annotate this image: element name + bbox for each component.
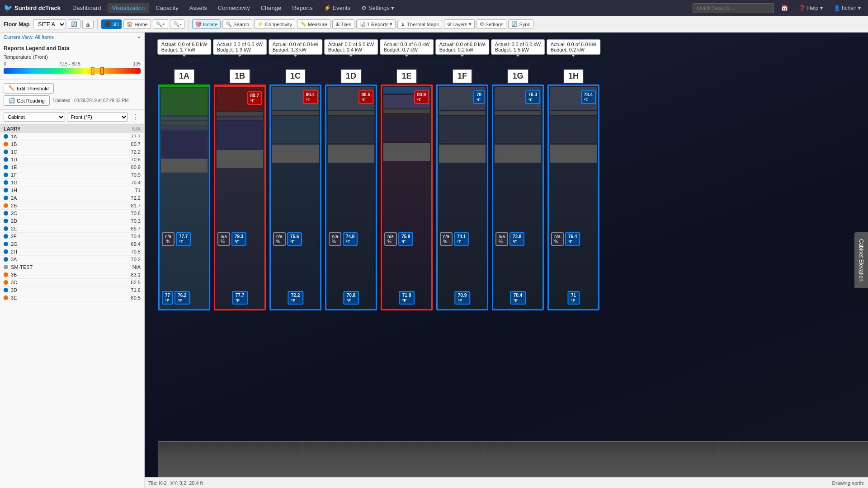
table-row[interactable]: 3D71.6 — [0, 286, 144, 294]
site-select[interactable]: SITE A — [33, 19, 66, 29]
floor-map-toolbar: Floor Map SITE A 🔄 🖨 ⬛ 3D 🏠 Home 🔍+ 🔍- 🎯… — [0, 16, 868, 33]
table-row[interactable]: 3A70.2 — [0, 256, 144, 263]
cabinet-1G-power-tooltip: Actual: 0.0 of 6.0 kW Budget: 1.5 kW — [491, 39, 545, 55]
server-unit — [217, 117, 263, 120]
cabinet-elevation-tab[interactable]: Cabinet Elevation — [854, 232, 868, 288]
table-group-larry: LARRY N/A — [0, 125, 144, 133]
table-row[interactable]: 1F70.9 — [0, 171, 144, 179]
zoom-out-button[interactable]: 🔍- — [170, 19, 184, 29]
table-row[interactable]: 1A77.7 — [0, 133, 144, 141]
cabinet-1D[interactable]: Actual: 0.0 of 6.0 kW Budget: 0.4 kW 1D … — [325, 69, 377, 310]
sync-button[interactable]: 🔄 Sync — [508, 19, 533, 29]
main-content: Current View: All Items « Reports Legend… — [0, 33, 868, 488]
cabinet-1G[interactable]: Actual: 0.0 of 6.0 kW Budget: 1.5 kW 1G … — [492, 69, 544, 310]
server-unit — [495, 145, 541, 163]
table-row[interactable]: 1E80.9 — [0, 164, 144, 171]
table-row[interactable]: 2C70.8 — [0, 210, 144, 217]
collapse-panel-button[interactable]: « — [138, 34, 141, 40]
server-unit — [217, 122, 263, 149]
cabinet-select[interactable]: Cabinet — [4, 113, 65, 122]
app-name: Sunbird dcTrack — [14, 5, 61, 11]
table-row[interactable]: 3E80.5 — [0, 294, 144, 302]
cabinet-1B-label: 1B — [229, 69, 250, 84]
isolate-button[interactable]: 🎯 Isolate — [192, 19, 221, 29]
nav-visualization[interactable]: Visualization — [108, 3, 150, 13]
server-unit — [161, 117, 208, 120]
nav-settings[interactable]: ⚙ Settings ▾ — [357, 3, 399, 13]
table-row[interactable]: 1C72.2 — [0, 148, 144, 156]
server-unit — [383, 143, 430, 161]
nav-assets[interactable]: Assets — [185, 3, 212, 13]
nav-capacity[interactable]: Capacity — [151, 3, 183, 13]
nav-connectivity[interactable]: Connectivity — [213, 3, 255, 13]
tiles-button[interactable]: ⊞ Tiles — [332, 19, 354, 29]
reports-button[interactable]: 📊 1 Reports ▾ — [356, 19, 396, 29]
server-unit — [439, 111, 486, 115]
nav-events[interactable]: ⚡ Events — [319, 3, 355, 13]
print-button[interactable]: 🖨 — [82, 20, 94, 29]
layers-button[interactable]: ⊕ Layers ▾ — [444, 19, 475, 29]
3d-view-button[interactable]: ⬛ 3D — [101, 19, 122, 29]
table-row[interactable]: 2F70.4 — [0, 233, 144, 240]
edit-threshold-button[interactable]: ✏️ Edit Threshold — [4, 83, 54, 94]
table-row[interactable]: 3B83.1 — [0, 271, 144, 279]
table-row[interactable]: 1H71 — [0, 187, 144, 194]
floor-3d-view[interactable]: Cabinet Elevation Actual: 0.0 of 6.0 kW … — [145, 33, 868, 488]
edit-icon: ✏️ — [9, 85, 15, 91]
nav-reports[interactable]: Reports — [288, 3, 317, 13]
refresh-button[interactable]: 🔄 — [68, 19, 80, 29]
get-reading-button[interactable]: 🔄 Get Reading — [4, 95, 50, 106]
status-dot — [4, 226, 8, 231]
help-button[interactable]: ❓ Help ▾ — [795, 4, 826, 13]
measure-button[interactable]: 📏 Measure — [297, 19, 330, 29]
status-dot — [4, 134, 8, 139]
cabinet-1A-body: n/a% 77.7°F 77°F 76.2°F — [158, 84, 210, 310]
table-row[interactable]: 2D70.3 — [0, 217, 144, 225]
temp-badge-1C-mid: 75.6°F — [287, 232, 302, 246]
more-options-button[interactable]: ⋮ — [130, 113, 141, 122]
settings-toolbar-button[interactable]: ⚙ Settings — [476, 19, 507, 29]
table-row[interactable]: 1D70.8 — [0, 156, 144, 164]
cabinet-1F[interactable]: Actual: 0.0 of 6.0 kW Budget: 0.2 kW 1F … — [436, 69, 488, 310]
pdu-temp-badge-1E-mid: n/a% 75.8°F — [384, 232, 413, 246]
table-row[interactable]: 2E69.7 — [0, 225, 144, 233]
table-row[interactable]: 2H70.5 — [0, 248, 144, 256]
home-button[interactable]: 🏠 Home — [123, 19, 151, 29]
table-row[interactable]: SM-TESTN/A — [0, 263, 144, 271]
cabinet-1C[interactable]: Actual: 0.0 of 6.0 kW Budget: 1.3 kW 1C … — [269, 69, 321, 310]
cabinet-1E[interactable]: Actual: 0.0 of 6.0 kW Budget: 0.7 kW 1E … — [381, 69, 433, 310]
cabinet-1D-body: 80.5°F n/a% 74.8°F 70.8°F — [325, 84, 377, 310]
server-unit — [161, 126, 208, 129]
quick-search-input[interactable] — [693, 3, 774, 13]
cabinet-1B[interactable]: Actual: 0.0 of 6.0 kW Budget: 1.9 kW 1B … — [214, 69, 266, 310]
temp-badge-1E-bot: 71.8°F — [399, 291, 415, 305]
temp-badge-1G-top: 76.3°F — [525, 90, 540, 104]
status-dot — [4, 288, 8, 292]
nav-dashboard[interactable]: Dashboard — [68, 3, 106, 13]
nav-change[interactable]: Change — [256, 3, 286, 13]
temp-badge-1H-bot: 71°F — [567, 291, 580, 305]
table-row[interactable]: 3C82.5 — [0, 279, 144, 286]
thermal-maps-button[interactable]: 🌡 Thermal Maps — [397, 20, 442, 29]
connectivity-button[interactable]: ⚡ Connectivity — [254, 19, 295, 29]
table-row[interactable]: 1B80.7 — [0, 141, 144, 148]
temp-badge-1A-bot1: 77°F — [162, 291, 173, 305]
zoom-in-button[interactable]: 🔍+ — [153, 19, 168, 29]
temp-badge-1F-mid: 74.1°F — [454, 232, 469, 246]
cabinet-1A[interactable]: Actual: 0.0 of 6.0 kW Budget: 1.7 kW 1A — [158, 69, 210, 310]
cabinet-1D-label: 1D — [340, 69, 362, 84]
table-row[interactable]: 1G70.4 — [0, 179, 144, 187]
user-button[interactable]: 👤 hchan ▾ — [830, 4, 864, 13]
search-button[interactable]: 🔍 Search — [222, 19, 252, 29]
cabinet-1H[interactable]: Actual: 0.0 of 6.0 kW Budget: 0.2 kW 1H … — [547, 69, 599, 310]
table-row[interactable]: 2G69.4 — [0, 240, 144, 248]
front-select[interactable]: Front (°F) — [67, 113, 128, 122]
status-dot — [4, 203, 8, 208]
table-row[interactable]: 2A72.2 — [0, 194, 144, 202]
calendar-icon[interactable]: 📅 — [778, 4, 792, 13]
table-row[interactable]: 2B81.7 — [0, 202, 144, 210]
server-unit — [328, 111, 374, 115]
server-unit — [383, 109, 430, 113]
temperature-label: Temperature (Front) — [4, 54, 141, 60]
cabinet-1G-body: 76.3°F n/a% 73.8°F 70.4°F — [492, 84, 544, 310]
